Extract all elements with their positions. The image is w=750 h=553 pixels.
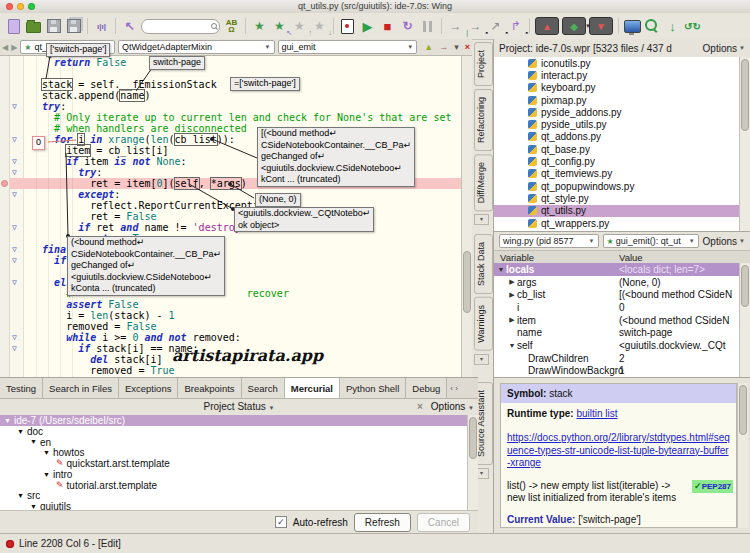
project-file-row[interactable]: pixmap.py xyxy=(494,94,740,106)
project-scrollbar[interactable] xyxy=(739,57,750,231)
panel-tab-project[interactable]: Project xyxy=(474,42,493,86)
auto-refresh-checkbox[interactable]: ✓ xyxy=(275,516,287,528)
warning-triangle-icon[interactable]: ▲ xyxy=(424,42,433,52)
source-assistant-scrollbar-thumb[interactable] xyxy=(739,385,747,435)
tool-tab-debug[interactable]: Debug xyxy=(406,378,447,398)
fold-toggle-icon[interactable]: ▽ xyxy=(12,167,17,178)
collapse-icon[interactable]: ▼ xyxy=(43,471,50,478)
step-return-icon[interactable]: ↱▪ xyxy=(507,16,524,36)
stack-variable-row[interactable]: DrawWindowBackgro1 xyxy=(494,365,740,378)
project-file-row[interactable]: pyside_addons.py xyxy=(494,106,740,118)
mercurial-options-button[interactable]: Options ▼ xyxy=(431,401,474,412)
expand-icon[interactable]: ▶ xyxy=(507,278,517,286)
select-tool-icon[interactable]: ↖ xyxy=(121,16,138,36)
prev-bookmark-icon[interactable]: ★↑ xyxy=(291,16,308,36)
project-file-row[interactable]: qt_style.py xyxy=(494,192,740,204)
add-bookmark-icon[interactable]: ★ xyxy=(251,16,268,36)
refresh-icon[interactable]: ↺↻ xyxy=(684,16,701,36)
project-file-row[interactable]: qt_wrappers.py xyxy=(494,217,740,229)
panel-tab-refactoring[interactable]: Refactoring xyxy=(474,89,493,151)
goto-current-line-icon[interactable]: ↓ xyxy=(664,16,681,36)
cancel-button[interactable]: Cancel xyxy=(417,513,470,532)
breakpoint-gutter[interactable] xyxy=(0,56,10,377)
editor-scrollbar-thumb[interactable] xyxy=(463,251,471,313)
code-editor[interactable]: return False stack = self.__fEmissionSta… xyxy=(0,56,472,377)
project-status-selector[interactable]: Project Status ▼ xyxy=(0,401,478,412)
source-assistant-scrollbar[interactable] xyxy=(737,383,748,528)
profiler-icon[interactable]: ı|ı| xyxy=(93,16,110,36)
tree-row[interactable]: ▼guiutils xyxy=(0,501,468,510)
stack-variable-row[interactable]: ▼self<guiutils.dockview._CQt xyxy=(494,339,740,352)
step-over-icon[interactable]: →▪ xyxy=(467,16,484,36)
stack-scrollbar[interactable] xyxy=(739,263,750,377)
project-file-row[interactable]: qt_utils.py xyxy=(494,205,740,217)
ignore-breakpoints-icon[interactable]: ▼ xyxy=(589,17,613,35)
fold-toggle-icon[interactable]: ▽ xyxy=(12,343,17,354)
tree-row[interactable]: ✎quickstart.arst.template xyxy=(0,458,468,469)
step-out-icon[interactable]: ↗▪ xyxy=(487,16,504,36)
stack-scrollbar-thumb[interactable] xyxy=(741,265,749,307)
toolbar-search-input[interactable] xyxy=(141,16,220,36)
history-back-icon[interactable]: ◀ xyxy=(2,43,8,52)
next-bookmark-icon[interactable]: ★↓ xyxy=(311,16,328,36)
file-selector[interactable]: ★ qt_utils.py ▼ xyxy=(20,40,115,54)
collapse-icon[interactable]: ▼ xyxy=(17,492,24,499)
history-forward-icon[interactable]: ▶ xyxy=(11,43,17,52)
project-file-row[interactable]: keyboard.py xyxy=(494,82,740,94)
project-file-row[interactable]: qt_popupwindows.py xyxy=(494,180,740,192)
goto-bookmark-icon[interactable]: ★↖ xyxy=(271,16,288,36)
panel-tab-diff-merge[interactable]: Diff/Merge xyxy=(474,154,493,211)
tree-row[interactable]: ▼howtos xyxy=(0,447,468,458)
expand-icon[interactable]: ▶ xyxy=(507,316,517,324)
project-options-button[interactable]: Options▼ xyxy=(703,43,745,54)
tool-tab-breakpoints[interactable]: Breakpoints xyxy=(178,378,241,398)
project-file-row[interactable]: interact.py xyxy=(494,69,740,81)
editor-scrollbar[interactable] xyxy=(461,56,472,377)
close-editor-icon[interactable]: × xyxy=(465,42,470,52)
tree-row[interactable]: ▼doc xyxy=(0,426,468,437)
project-file-row[interactable]: qt_config.py xyxy=(494,155,740,167)
collapse-icon[interactable]: ▼ xyxy=(43,449,50,456)
step-into-icon[interactable]: →| xyxy=(447,16,464,36)
function-selector[interactable]: gui_emit ▼ xyxy=(278,40,418,54)
open-file-icon[interactable] xyxy=(25,16,42,36)
runtime-type-link[interactable]: builtin list xyxy=(576,408,617,419)
class-selector[interactable]: QtWidgetAdapterMixin ▼ xyxy=(118,40,275,54)
tree-scrollbar[interactable] xyxy=(467,415,478,510)
tab-overflow-arrows[interactable]: ‹ › xyxy=(447,378,461,398)
fold-toggle-icon[interactable]: ▽ xyxy=(12,332,17,343)
fold-toggle-icon[interactable]: ▽ xyxy=(12,134,17,145)
breakpoint-icon[interactable] xyxy=(1,180,8,187)
record-macro-icon[interactable] xyxy=(339,16,356,36)
project-file-row[interactable]: qt_itemviews.py xyxy=(494,168,740,180)
project-file-row[interactable]: iconutils.py xyxy=(494,57,740,69)
variable-column-header[interactable]: Variable xyxy=(494,252,619,263)
tool-tab-testing[interactable]: Testing xyxy=(0,378,43,398)
fold-toggle-icon[interactable]: ▽ xyxy=(12,244,17,255)
collapse-icon[interactable]: ▾ xyxy=(454,42,459,52)
save-copy-icon[interactable] xyxy=(65,16,82,36)
panel-splitter-icon[interactable]: ▾ xyxy=(474,214,489,225)
fold-toggle-icon[interactable]: ▽ xyxy=(12,222,17,233)
collapse-icon[interactable]: ▼ xyxy=(507,342,517,349)
restart-debug-icon[interactable]: ↻ xyxy=(399,16,416,36)
tool-tab-search-in-files[interactable]: Search in Files xyxy=(43,378,119,398)
tree-row[interactable]: ✎tutorial.arst.template xyxy=(0,480,468,491)
collapse-icon[interactable]: ▼ xyxy=(17,428,24,435)
fold-toggle-icon[interactable]: ▽ xyxy=(12,101,17,112)
frame-selector[interactable]: ★gui_emit(): qt_ut▼ xyxy=(603,234,699,248)
tree-row[interactable]: ▼en xyxy=(0,437,468,448)
stop-debug-icon[interactable]: ■ xyxy=(379,16,396,36)
pep287-badge[interactable]: ✓PEP287 xyxy=(692,480,733,493)
tree-row[interactable]: ▼ide-7 (/Users/sdeibel/src) xyxy=(0,415,468,426)
thread-selector[interactable]: wing.py (pid 8577▼ xyxy=(499,234,599,248)
panel-tab-warnings[interactable]: Warnings xyxy=(474,297,493,351)
tool-tab-exceptions[interactable]: Exceptions xyxy=(119,378,178,398)
toggle-breakpoint-icon[interactable]: ◆▼ xyxy=(562,17,586,35)
break-on-exception-icon[interactable]: ▲ xyxy=(535,17,559,35)
search-symbol-icon[interactable] xyxy=(644,16,661,36)
tree-scrollbar-thumb[interactable] xyxy=(469,417,477,459)
goto-next-issue-icon[interactable]: → xyxy=(439,42,448,52)
stack-options-button[interactable]: Options▼ xyxy=(703,236,745,247)
refresh-button[interactable]: Refresh xyxy=(354,513,411,532)
